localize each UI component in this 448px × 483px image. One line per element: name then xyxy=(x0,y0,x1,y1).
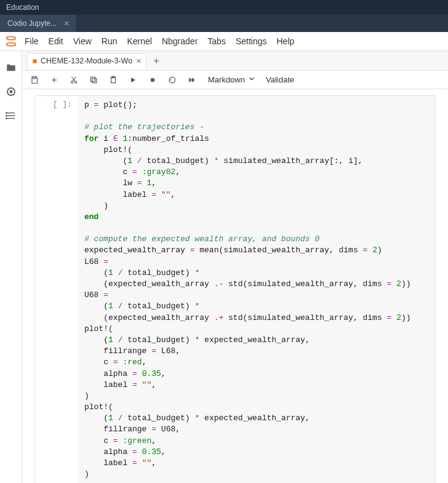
validate-button[interactable]: Validate xyxy=(266,75,294,84)
svg-marker-25 xyxy=(131,77,135,82)
svg-marker-27 xyxy=(189,77,192,82)
svg-rect-21 xyxy=(92,78,97,82)
paste-button[interactable] xyxy=(107,74,119,86)
menu-settings[interactable]: Settings xyxy=(236,36,267,46)
file-tab-row: CHEME-132-Module-3-Wo × xyxy=(22,51,448,71)
notebook-tab[interactable]: CHEME-132-Module-3-Wo × xyxy=(27,53,146,68)
cell-prompt: [ ]: xyxy=(35,96,78,483)
app-tab[interactable]: Codio Jupyte... × xyxy=(0,15,77,32)
menubar: File Edit View Run Kernel Nbgrader Tabs … xyxy=(22,36,294,46)
svg-rect-26 xyxy=(151,78,154,82)
svg-point-9 xyxy=(6,113,7,114)
window-titlebar: Education xyxy=(0,0,448,15)
notebook-toolbar: Markdown Validate xyxy=(22,71,448,89)
svg-point-10 xyxy=(6,115,7,116)
notebook-body[interactable]: [ ]: p = plot(); # plot the trajectories… xyxy=(22,89,448,483)
code-editor[interactable]: p = plot(); # plot the trajectories - fo… xyxy=(78,96,435,483)
restart-run-all-button[interactable] xyxy=(186,74,198,86)
main-area: CHEME-132-Module-3-Wo × Markdown Validat… xyxy=(0,51,448,483)
add-tab-button[interactable] xyxy=(149,54,164,68)
cell-type-select[interactable]: Markdown xyxy=(206,74,258,85)
close-icon[interactable]: × xyxy=(62,18,71,28)
stop-button[interactable] xyxy=(146,74,159,86)
app-header: File Edit View Run Kernel Nbgrader Tabs … xyxy=(0,32,448,51)
code-cell[interactable]: [ ]: p = plot(); # plot the trajectories… xyxy=(34,95,436,483)
run-button[interactable] xyxy=(127,74,139,86)
svg-rect-14 xyxy=(33,76,36,78)
svg-marker-28 xyxy=(192,77,195,82)
menu-nbgrader[interactable]: Nbgrader xyxy=(162,36,198,46)
app-tab-label: Codio Jupyte... xyxy=(7,19,57,28)
cell-type-label: Markdown xyxy=(208,75,245,84)
svg-point-11 xyxy=(6,118,7,119)
add-cell-button[interactable] xyxy=(48,74,60,86)
cut-button[interactable] xyxy=(68,74,80,86)
menu-view[interactable]: View xyxy=(73,36,92,46)
close-icon[interactable]: × xyxy=(136,56,141,66)
copy-button[interactable] xyxy=(87,74,100,86)
folder-icon[interactable] xyxy=(6,62,17,75)
svg-rect-5 xyxy=(9,90,12,94)
notebook-dot-icon xyxy=(33,59,37,63)
svg-point-17 xyxy=(71,81,73,83)
menu-kernel[interactable]: Kernel xyxy=(127,36,151,46)
running-icon[interactable] xyxy=(6,86,17,99)
save-button[interactable] xyxy=(28,74,41,86)
svg-point-18 xyxy=(74,81,77,83)
svg-point-3 xyxy=(14,45,15,46)
menu-help[interactable]: Help xyxy=(276,36,294,46)
menu-file[interactable]: File xyxy=(25,36,39,46)
left-rail xyxy=(0,51,22,483)
jupyter-logo[interactable] xyxy=(0,35,22,47)
window-title: Education xyxy=(6,3,39,12)
notebook-tab-label: CHEME-132-Module-3-Wo xyxy=(41,57,132,65)
menu-run[interactable]: Run xyxy=(102,36,118,46)
chevron-down-icon xyxy=(247,74,256,85)
restart-button[interactable] xyxy=(166,74,178,86)
app-tabbar: Codio Jupyte... × xyxy=(0,15,448,32)
content: CHEME-132-Module-3-Wo × Markdown Validat… xyxy=(22,51,448,483)
toc-icon[interactable] xyxy=(6,110,17,123)
menu-edit[interactable]: Edit xyxy=(49,36,63,46)
menu-tabs[interactable]: Tabs xyxy=(207,36,226,46)
svg-point-2 xyxy=(7,36,8,38)
svg-rect-22 xyxy=(90,77,95,81)
